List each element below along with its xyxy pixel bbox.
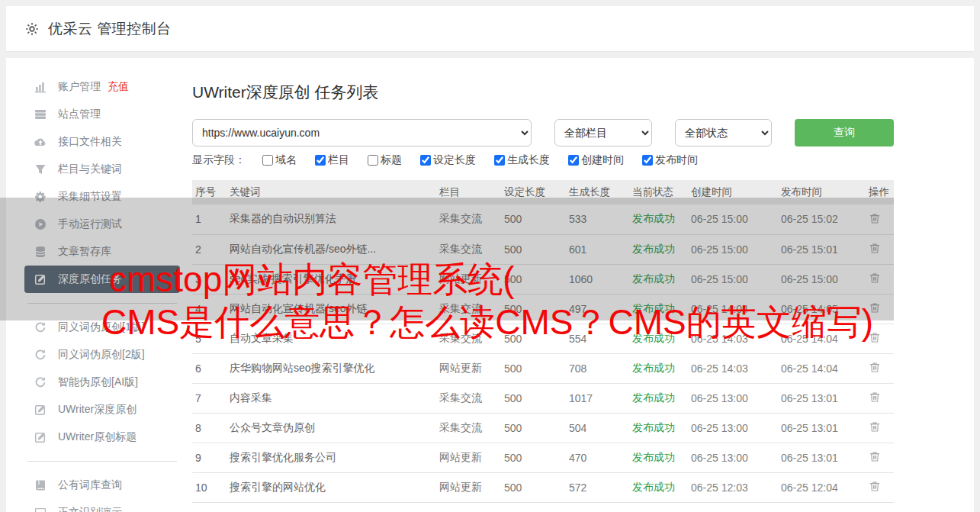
cell-set_len: 500 xyxy=(501,234,566,264)
table-row: 10搜索引擎的网站优化网站更新500572发布成功06-25 12:0306-2… xyxy=(192,472,894,502)
sidebar-item[interactable]: 接口文件相关 xyxy=(24,128,180,156)
field-checkbox[interactable] xyxy=(368,155,378,166)
sidebar-item[interactable]: UWriter原创标题 xyxy=(24,423,180,451)
table-row: 5自动文章采集采集交流500554发布成功06-25 14:0306-25 14… xyxy=(192,324,894,353)
filter-icon xyxy=(34,163,47,175)
sidebar-item[interactable]: 采集细节设置 xyxy=(24,183,180,211)
field-checkbox[interactable] xyxy=(568,155,579,166)
cell-status: 发布成功 xyxy=(629,324,688,353)
cell-set_len: 500 xyxy=(501,264,566,294)
cell-no: 5 xyxy=(192,324,227,353)
sidebar-item-label: 栏目与关键词 xyxy=(58,163,122,176)
cell-gen_len: 497 xyxy=(566,294,629,324)
cell-status: 发布成功 xyxy=(629,383,688,413)
field-option[interactable]: 生成长度 xyxy=(494,153,550,167)
sidebar-item-label: 接口文件相关 xyxy=(58,135,122,149)
cell-created: 06-25 15:00 xyxy=(688,204,778,234)
sidebar-item[interactable]: 账户管理充值 xyxy=(24,73,180,101)
field-checkbox[interactable] xyxy=(642,155,653,166)
cell-published: 06-25 13:01 xyxy=(778,383,866,413)
field-option[interactable]: 标题 xyxy=(368,153,402,167)
sidebar-item[interactable]: 同义词伪原创[1版] xyxy=(24,314,180,341)
column-header: 创建时间 xyxy=(688,180,778,204)
delete-button[interactable] xyxy=(869,420,881,433)
cell-no: 8 xyxy=(192,413,227,443)
edit-icon xyxy=(34,404,47,416)
sidebar-item-label: 深度原创任务 xyxy=(58,272,122,286)
column-select[interactable]: 全部栏目 xyxy=(554,119,652,147)
field-option-label: 标题 xyxy=(381,153,402,167)
cell-gen_len: 708 xyxy=(566,353,629,383)
cell-status: 发布成功 xyxy=(629,294,688,324)
sidebar-item[interactable]: 栏目与关键词 xyxy=(24,156,180,183)
task-table-body: 1采集器的自动识别算法采集交流500533发布成功06-25 15:0006-2… xyxy=(192,204,894,502)
field-option-label: 设定长度 xyxy=(433,153,476,167)
cell-created: 06-25 15:00 xyxy=(688,264,778,294)
table-row: 1采集器的自动识别算法采集交流500533发布成功06-25 15:0006-2… xyxy=(192,204,894,234)
cell-created: 06-25 14:03 xyxy=(688,324,778,353)
delete-button[interactable] xyxy=(869,480,881,492)
cell-keyword: 搜索引擎优化服务公司 xyxy=(227,443,436,472)
field-option-label: 创建时间 xyxy=(581,153,624,167)
sidebar-item[interactable]: 同义词伪原创[2版] xyxy=(24,341,180,369)
field-checkbox[interactable] xyxy=(420,155,431,166)
cell-gen_len: 1060 xyxy=(566,264,629,294)
cloud-upload-icon xyxy=(34,136,47,148)
table-row: 7内容采集采集交流5001017发布成功06-25 13:0006-25 13:… xyxy=(192,383,894,413)
field-checkbox[interactable] xyxy=(262,155,273,166)
refresh-icon xyxy=(34,376,47,388)
sidebar-item[interactable]: 智能伪原创[AI版] xyxy=(24,369,180,396)
delete-button[interactable] xyxy=(869,301,881,314)
cell-status: 发布成功 xyxy=(629,443,688,472)
delete-button[interactable] xyxy=(869,242,881,254)
field-option[interactable]: 栏目 xyxy=(315,153,349,167)
sidebar-item[interactable]: 手动运行测试 xyxy=(24,211,180,238)
cell-created: 06-25 14:04 xyxy=(688,294,778,324)
query-button[interactable]: 查询 xyxy=(795,119,894,147)
table-row: 2网站自动化宣传机器/seo外链...采集交流500601发布成功06-25 1… xyxy=(192,234,894,264)
sidebar-item[interactable]: 文章暂存库 xyxy=(24,238,180,266)
sidebar-item[interactable]: 深度原创任务 xyxy=(24,266,180,293)
cell-actions xyxy=(866,383,894,413)
field-option[interactable]: 域名 xyxy=(262,153,297,167)
sidebar-item[interactable]: 站点管理 xyxy=(24,101,180,128)
recharge-link[interactable]: 充值 xyxy=(108,80,129,94)
cell-status: 发布成功 xyxy=(629,413,688,443)
cell-set_len: 500 xyxy=(501,353,566,383)
topbar: 优采云 管理控制台 xyxy=(6,6,974,52)
cell-gen_len: 601 xyxy=(566,234,629,264)
sidebar-item[interactable]: 公有词库查询 xyxy=(24,472,180,499)
cell-set_len: 500 xyxy=(501,413,566,443)
book-icon xyxy=(34,479,47,491)
gear-icon xyxy=(24,21,40,37)
delete-button[interactable] xyxy=(869,391,881,403)
sidebar-item-label: 站点管理 xyxy=(58,108,101,121)
field-option[interactable]: 设定长度 xyxy=(420,153,476,167)
delete-button[interactable] xyxy=(869,212,881,224)
field-option[interactable]: 发布时间 xyxy=(642,153,698,167)
status-select[interactable]: 全部状态 xyxy=(675,119,772,147)
cell-keyword: 网站自动化宣传机器/seo外链... xyxy=(227,294,436,324)
field-checkbox[interactable] xyxy=(315,155,326,166)
cell-set_len: 500 xyxy=(501,383,566,413)
delete-button[interactable] xyxy=(869,331,881,343)
cell-created: 06-25 14:03 xyxy=(688,353,778,383)
cell-published: 06-25 14:05 xyxy=(778,294,866,324)
delete-button[interactable] xyxy=(869,361,881,373)
refresh-icon xyxy=(34,321,47,333)
delete-button[interactable] xyxy=(869,450,881,462)
cell-published: 06-25 13:01 xyxy=(778,413,866,443)
site-select[interactable]: https://www.ucaiyun.com xyxy=(192,119,532,147)
field-option[interactable]: 创建时间 xyxy=(568,153,624,167)
column-header: 发布时间 xyxy=(778,180,866,204)
sidebar-item[interactable]: UWriter深度原创 xyxy=(24,396,180,423)
play-icon xyxy=(34,218,47,230)
cell-keyword: 自动文章采集 xyxy=(227,324,436,353)
delete-button[interactable] xyxy=(869,272,881,284)
field-checkbox[interactable] xyxy=(494,155,505,166)
cell-published: 06-25 14:04 xyxy=(778,324,866,353)
cell-no: 1 xyxy=(192,204,227,234)
monitor-icon xyxy=(34,507,47,512)
sidebar-item-label: 同义词伪原创[1版] xyxy=(58,320,145,334)
sidebar-item[interactable]: 正文识别演示 xyxy=(24,499,180,512)
